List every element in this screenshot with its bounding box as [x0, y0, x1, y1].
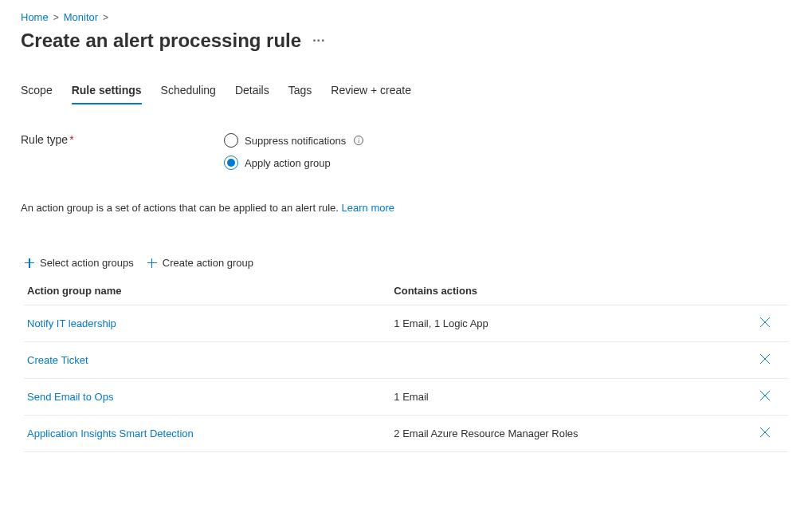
contains-actions-cell [390, 342, 742, 379]
table-header-row: Action group name Contains actions [24, 277, 788, 305]
rule-type-radio-group: Suppress notifications i Apply action gr… [224, 133, 363, 170]
learn-more-link[interactable]: Learn more [342, 202, 394, 214]
plus-icon [147, 258, 158, 269]
remove-row-button[interactable] [758, 388, 772, 403]
radio-label: Suppress notifications [245, 135, 346, 147]
tab-tags[interactable]: Tags [288, 81, 312, 104]
tab-rule-settings[interactable]: Rule settings [72, 81, 142, 104]
breadcrumb-monitor[interactable]: Monitor [64, 11, 98, 23]
action-groups-section: Select action groups Create action group… [24, 254, 788, 452]
col-header-name: Action group name [24, 277, 390, 305]
tab-scheduling[interactable]: Scheduling [161, 81, 216, 104]
plus-icon [24, 258, 35, 269]
radio-icon [224, 133, 238, 148]
button-label: Select action groups [40, 257, 134, 269]
chevron-right-icon: > [53, 12, 59, 23]
col-header-delete [742, 277, 788, 305]
rule-type-label: Rule type* [21, 133, 224, 146]
button-label: Create action group [163, 257, 253, 269]
table-row: Create Ticket [24, 342, 788, 379]
tab-bar: Scope Rule settings Scheduling Details T… [21, 81, 791, 104]
tab-details[interactable]: Details [235, 81, 269, 104]
radio-suppress-notifications[interactable]: Suppress notifications i [224, 133, 363, 148]
action-group-link[interactable]: Notify IT leadership [27, 317, 116, 329]
radio-label: Apply action group [245, 157, 331, 169]
contains-actions-cell: 1 Email, 1 Logic App [390, 305, 742, 342]
action-group-link[interactable]: Application Insights Smart Detection [27, 428, 194, 439]
remove-row-button[interactable] [758, 315, 772, 329]
create-action-group-button[interactable]: Create action group [147, 257, 253, 269]
col-header-contains: Contains actions [390, 277, 742, 305]
contains-actions-cell: 2 Email Azure Resource Manager Roles [390, 416, 742, 452]
breadcrumb: Home > Monitor > [21, 11, 791, 23]
radio-icon [224, 156, 238, 170]
select-action-groups-button[interactable]: Select action groups [24, 257, 134, 269]
action-group-link[interactable]: Create Ticket [27, 354, 88, 366]
table-row: Application Insights Smart Detection2 Em… [24, 416, 788, 452]
required-asterisk: * [69, 133, 73, 146]
close-icon [758, 315, 772, 329]
close-icon [758, 425, 772, 439]
description: An action group is a set of actions that… [21, 202, 791, 214]
close-icon [758, 352, 772, 366]
radio-apply-action-group[interactable]: Apply action group [224, 156, 363, 170]
tab-scope[interactable]: Scope [21, 81, 53, 104]
info-icon[interactable]: i [354, 136, 363, 145]
more-icon[interactable]: ··· [312, 33, 325, 48]
action-group-link[interactable]: Send Email to Ops [27, 391, 113, 403]
chevron-right-icon: > [103, 12, 108, 23]
table-row: Notify IT leadership1 Email, 1 Logic App [24, 305, 788, 342]
table-toolbar: Select action groups Create action group [24, 254, 788, 277]
contains-actions-cell: 1 Email [390, 379, 742, 416]
page-title-text: Create an alert processing rule [21, 30, 301, 52]
table-row: Send Email to Ops1 Email [24, 379, 788, 416]
description-text: An action group is a set of actions that… [21, 202, 342, 214]
breadcrumb-home[interactable]: Home [21, 11, 49, 23]
rule-type-label-text: Rule type [21, 133, 68, 146]
remove-row-button[interactable] [758, 352, 772, 366]
tab-review-create[interactable]: Review + create [331, 81, 411, 104]
remove-row-button[interactable] [758, 425, 772, 439]
action-groups-table: Action group name Contains actions Notif… [24, 277, 788, 452]
rule-type-row: Rule type* Suppress notifications i Appl… [21, 133, 791, 170]
close-icon [758, 388, 772, 403]
page-title: Create an alert processing rule ··· [21, 30, 791, 52]
